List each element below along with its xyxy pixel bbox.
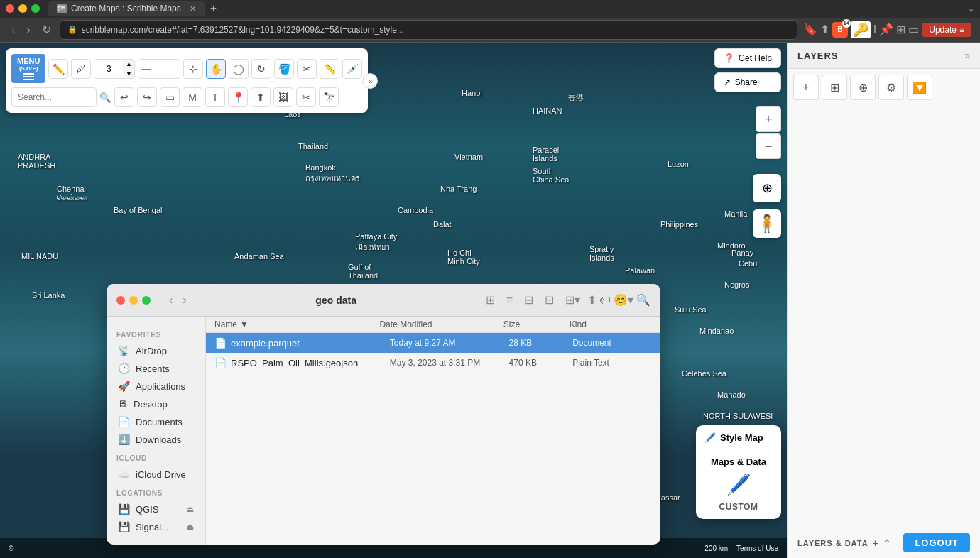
back-button[interactable]: ‹ [9, 21, 18, 39]
finder-action-button[interactable]: 😊▾ [614, 293, 633, 307]
finder-minimize-button[interactable] [129, 296, 138, 305]
node-edit-button[interactable]: ⊹ [183, 59, 203, 79]
logout-button[interactable]: LOGOUT [903, 533, 970, 552]
qgis-eject-icon[interactable]: ⏏ [186, 504, 194, 514]
sidebar-item-signal[interactable]: 💾 Signal... ⏏ [109, 518, 202, 535]
update-button[interactable]: Update ≡ [922, 23, 971, 37]
browser-chrome: 🗺 Create Maps : Scribble Maps ✕ + ⌄ ‹ › … [0, 0, 980, 43]
eyedropper-button[interactable]: 💉 [342, 59, 362, 79]
refresh-button[interactable]: ↻ [251, 59, 271, 79]
menu-button[interactable]: MENU (SAVE) [11, 54, 45, 83]
get-help-button[interactable]: ❓ Get Help [714, 48, 781, 68]
share-button[interactable]: ↗ Share [714, 72, 781, 92]
share-icon[interactable]: ⬆ [820, 23, 829, 36]
add-data-layer-button[interactable]: ⊕ [850, 75, 876, 100]
pin-button[interactable]: 📍 [228, 87, 248, 107]
number-down-button[interactable]: ▼ [123, 69, 134, 79]
finder-close-button[interactable] [116, 296, 125, 305]
sidebar-item-desktop[interactable]: 🖥 Desktop [109, 395, 202, 412]
forward-button[interactable]: › [23, 21, 33, 39]
size-column-header[interactable]: Size [503, 319, 570, 329]
sidebar-item-icloud-drive[interactable]: ☁️ iCloud Drive [109, 466, 202, 483]
draw-line-button[interactable]: 🖊 [71, 59, 91, 79]
address-bar[interactable]: 🔒 scribblemap.com/create#/lat=7.63912527… [60, 20, 797, 40]
pin-icon[interactable]: 📌 [879, 23, 893, 36]
sidebar-item-qgis[interactable]: 💾 QGIS ⏏ [109, 500, 202, 518]
undo-button[interactable]: ↩ [114, 87, 134, 107]
finder-maximize-button[interactable] [142, 296, 151, 305]
cut-button[interactable]: ✂ [297, 59, 317, 79]
gallery-view-button[interactable]: ⊡ [540, 292, 558, 308]
add-layer-button[interactable]: + [793, 75, 819, 100]
window-maximize-button[interactable] [31, 4, 40, 13]
search-button[interactable]: 🔍 [99, 92, 111, 103]
signal-eject-icon[interactable]: ⏏ [186, 522, 194, 532]
map-search-input[interactable] [11, 87, 97, 107]
collapse-toolbar-button[interactable]: « [362, 73, 378, 89]
window-close-button[interactable] [6, 4, 14, 13]
layers-expand-button[interactable]: » [964, 50, 970, 61]
list-view-button[interactable]: ≡ [502, 292, 517, 308]
fill-button[interactable]: 🪣 [274, 59, 294, 79]
new-tab-button[interactable]: + [210, 2, 217, 15]
draw-freehand-button[interactable]: ✏️ [48, 59, 68, 79]
sidebar-item-applications[interactable]: 🚀 Applications [109, 378, 202, 395]
line-style-input[interactable] [138, 59, 180, 79]
sidebar-item-downloads[interactable]: ⬇️ Downloads [109, 431, 202, 448]
map-label-palawan: Palawan [625, 266, 655, 275]
reload-button[interactable]: ↻ [39, 20, 54, 39]
finder-share-button[interactable]: ⬆ [587, 293, 597, 307]
import-button[interactable]: ⬆ [251, 87, 271, 107]
finder-search-button[interactable]: 🔍 [636, 293, 650, 307]
image-button[interactable]: 🖼 [273, 87, 293, 107]
kind-column-header[interactable]: Kind [570, 319, 652, 329]
settings-button[interactable]: ⚙ [878, 75, 904, 100]
rectangle-button[interactable]: ▭ [160, 87, 180, 107]
bitwarden-icon[interactable]: 🔑 [851, 21, 871, 38]
sidebar-item-airdrop[interactable]: 📡 AirDrop [109, 342, 202, 359]
brave-icon[interactable]: B 14 [832, 22, 848, 38]
active-tab[interactable]: 🗺 Create Maps : Scribble Maps ✕ [48, 1, 205, 16]
style-map-popup[interactable]: 🖊️ Style Map Maps & Data 🖊️ CUSTOM [696, 425, 781, 519]
scissors-button[interactable]: ✂ [296, 87, 316, 107]
line-width-input[interactable] [94, 59, 123, 79]
draw-circle-button[interactable]: ◯ [229, 59, 249, 79]
file-row-rspo-geojson[interactable]: 📄 RSPO_Palm_Oil_Mills.geojson May 3, 202… [206, 353, 660, 373]
bookmark-icon[interactable]: 🔖 [803, 23, 817, 36]
brave-badge: 14 [842, 19, 851, 28]
terms-label[interactable]: Terms of Use [736, 545, 778, 552]
group-view-button[interactable]: ⊞▾ [561, 292, 584, 308]
sidebar-toggle-icon[interactable]: ▭ [908, 23, 919, 36]
pan-button[interactable]: ✋ [206, 59, 226, 79]
file-row-example-parquet[interactable]: 📄 example.parquet Today at 9:27 AM 28 KB… [206, 333, 660, 353]
name-column-header[interactable]: Name ▼ [214, 319, 379, 329]
street-view-button[interactable]: 🧍 [753, 209, 781, 238]
layers-data-expand-button[interactable]: ⌃ [883, 537, 891, 549]
map-label-gulf-thailand: Gulf ofThailand [348, 263, 378, 280]
zoom-out-button[interactable]: − [756, 133, 781, 159]
icon-view-button[interactable]: ⊞ [481, 292, 499, 308]
sidebar-item-recents[interactable]: 🕐 Recents [109, 360, 202, 377]
text-button[interactable]: T [205, 87, 225, 107]
color-picker-button[interactable]: 🔭 [319, 87, 339, 107]
filter-button[interactable]: 🔽 [907, 75, 932, 100]
ext-icon[interactable]: ⊞ [896, 23, 905, 36]
sidebar-item-documents[interactable]: 📄 Documents [109, 413, 202, 430]
zoom-in-button[interactable]: + [756, 106, 781, 132]
layers-add-button[interactable]: + [873, 537, 878, 549]
shape-button[interactable]: M [183, 87, 202, 107]
redo-button[interactable]: ↪ [137, 87, 157, 107]
finder-back-button[interactable]: ‹ [165, 292, 177, 308]
finder-tag-button[interactable]: 🏷 [599, 294, 611, 307]
ruler-button[interactable]: 📏 [320, 59, 339, 79]
toolbar-row-2: 🔍 ↩ ↪ ▭ M T 📍 ⬆ 🖼 ✂ 🔭 [11, 87, 362, 107]
grid-view-button[interactable]: ⊞ [822, 75, 847, 100]
number-up-button[interactable]: ▲ [123, 59, 134, 69]
tab-favicon: 🗺 [57, 4, 67, 13]
window-minimize-button[interactable] [18, 4, 27, 13]
date-column-header[interactable]: Date Modified [379, 319, 503, 329]
crosshair-button[interactable]: ⊕ [753, 174, 781, 202]
finder-forward-button[interactable]: › [178, 292, 190, 308]
tab-close-icon[interactable]: ✕ [190, 4, 196, 13]
column-view-button[interactable]: ⊟ [520, 292, 538, 308]
